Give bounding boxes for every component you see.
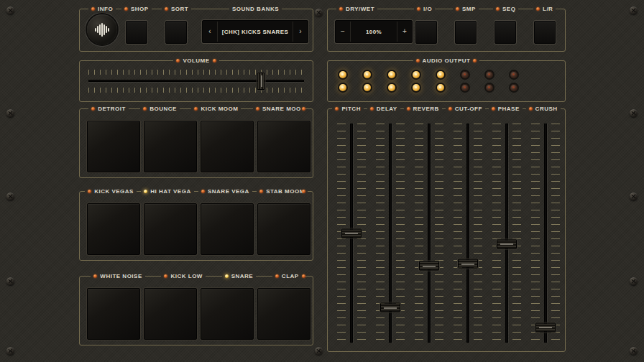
pad-led [275,274,279,278]
slider-delay[interactable] [374,124,407,343]
slider-label-group: CRUSH [526,105,561,113]
output-led-row [339,71,518,78]
pad-labels-row: WHITE NOISE KICK LOW SNARE CLAP [83,272,310,280]
pad-snare[interactable] [201,288,254,340]
pad-clap[interactable] [257,288,310,340]
pad-label: SNARE VEGA [208,188,249,195]
pad-snare-vega[interactable] [201,203,254,255]
volume-slider[interactable] [88,70,304,93]
output-led[interactable] [510,84,518,91]
pad-stab-moom[interactable] [257,203,310,255]
audio-output-label-row: AUDIO OUTPUT [331,57,562,65]
slider-led [335,107,339,111]
slider-phase[interactable] [490,124,523,343]
output-led[interactable] [510,71,518,78]
slider-label: CUT-OFF [455,106,482,112]
lr-button[interactable] [534,21,556,44]
slider-labels-row: PITCH DELAY REVERB CUT-OFF PHASE CRUSH [331,105,562,113]
slider-label-group: REVERB [404,105,442,113]
smp-label: SMP [462,6,476,12]
pad-label-group: SNARE MOO [253,105,304,113]
output-led[interactable] [413,71,420,78]
pad-label-group: SNARE [222,272,257,280]
pad-kick-moom[interactable] [201,121,254,172]
smp-button[interactable] [455,21,477,44]
drywet-value[interactable]: 100% [351,29,397,35]
pad-label: SNARE [231,273,254,279]
output-led[interactable] [486,84,493,91]
pad-detroit[interactable] [87,121,140,172]
sound-banks-label-group: SOUND BANKS [229,5,282,13]
slider-ticks [492,124,501,343]
sort-button[interactable] [165,21,187,44]
slider-led [407,107,410,111]
output-led[interactable] [364,71,371,78]
drywet-plus-button[interactable]: + [397,22,412,42]
volume-track [88,80,304,82]
pad-led [201,190,205,193]
volume-handle[interactable] [257,73,265,90]
slider-led [529,107,533,111]
pad-hi-hat-vega[interactable] [144,203,197,255]
screw-icon [6,347,14,355]
lr-led [536,7,540,11]
pad-led [194,107,198,111]
pad-label: BOUNCE [150,106,177,112]
slider-pitch[interactable] [335,124,368,343]
info-label: INFO [98,6,113,12]
bank-value[interactable]: [CHK] KICKS SNARES [218,29,293,35]
seq-label: SEQ [502,6,515,12]
pad-label: SNARE MOO [262,106,301,112]
output-led[interactable] [486,71,493,78]
row-end-led [302,274,305,278]
io-button[interactable] [415,21,437,44]
reverb-slider-handle[interactable] [419,261,439,271]
pad-bounce[interactable] [144,121,197,172]
slider-reverb[interactable] [413,124,446,343]
row-end-led [302,107,305,111]
output-led[interactable] [437,84,444,91]
pad-kick-low[interactable] [144,288,197,340]
pad-snare-moo[interactable] [257,121,310,172]
pitch-slider-handle[interactable] [341,228,362,238]
output-led[interactable] [461,71,469,78]
drywet-minus-button[interactable]: − [336,22,351,42]
cut-off-slider-handle[interactable] [458,259,478,269]
slider-ticks [531,124,540,343]
pad-labels-row: KICK VEGAS HI HAT VEGA SNARE VEGA STAB M… [83,187,310,195]
crush-slider-handle[interactable] [535,322,556,332]
volume-ticks-top [88,70,304,75]
output-led[interactable] [461,84,469,91]
output-led[interactable] [364,84,371,91]
brand-logo[interactable] [87,14,117,45]
slider-cut-off[interactable] [451,124,484,343]
phase-slider-handle[interactable] [497,239,517,249]
output-led[interactable] [413,84,420,91]
pad-kick-vegas[interactable] [87,203,140,255]
shop-led [124,7,128,11]
output-led[interactable] [339,84,346,91]
slider-ticks [435,124,443,343]
audio-output-led-left [416,59,420,62]
bank-next-button[interactable]: › [293,22,308,42]
pad-label: STAB MOOM [266,188,305,195]
lr-label-group: L/R [533,5,556,13]
volume-label: VOLUME [183,57,209,64]
pad-label: KICK LOW [170,273,202,279]
io-label-group: I/O [414,5,435,13]
output-led[interactable] [388,84,395,91]
output-led[interactable] [437,71,444,78]
pad-bank-panel-3: WHITE NOISE KICK LOW SNARE CLAP [79,276,313,345]
delay-slider-handle[interactable] [380,303,400,312]
bank-prev-button[interactable]: ‹ [203,22,218,42]
volume-panel: VOLUME [79,60,313,102]
pad-label: KICK VEGAS [94,188,134,195]
info-led [91,7,95,11]
seq-button[interactable] [494,21,516,44]
pad-white-noise[interactable] [87,288,140,340]
shop-button[interactable] [126,21,147,44]
output-led[interactable] [339,71,346,78]
output-led[interactable] [388,71,395,78]
slider-crush[interactable] [529,124,562,343]
volume-ticks-bottom [88,88,304,93]
